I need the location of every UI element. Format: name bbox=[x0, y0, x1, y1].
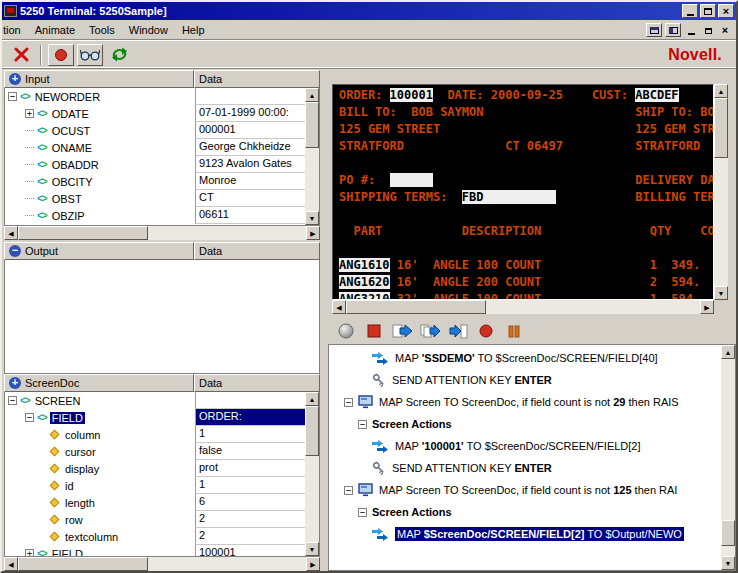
scroll-thumb[interactable] bbox=[714, 98, 728, 158]
expander-minus-icon[interactable]: − bbox=[344, 398, 353, 407]
tree-row[interactable]: length6 bbox=[5, 494, 305, 511]
terminal-vertical-scrollbar[interactable]: ▲ ▼ bbox=[714, 84, 728, 300]
scroll-thumb[interactable] bbox=[346, 300, 486, 314]
terminal-field[interactable]: 100001 bbox=[390, 88, 433, 102]
tree-row[interactable]: −<>NEWORDER bbox=[5, 88, 305, 105]
menu-item-window[interactable]: Window bbox=[122, 21, 175, 39]
input-data-header-cell[interactable]: Data bbox=[194, 70, 320, 88]
tree-row[interactable]: <>ONAMEGeorge Chkheidze bbox=[5, 139, 305, 156]
data-cell[interactable] bbox=[195, 392, 305, 409]
refresh-button[interactable] bbox=[106, 44, 132, 66]
terminal-field[interactable]: FBD bbox=[462, 190, 556, 204]
terminal-field[interactable]: ANG3210 bbox=[339, 292, 390, 300]
tree-row[interactable]: row2 bbox=[5, 511, 305, 528]
action-row[interactable]: −MAP Screen TO ScreenDoc, if field count… bbox=[329, 391, 721, 413]
run-to-cursor-button[interactable] bbox=[446, 321, 470, 341]
scroll-down-button[interactable]: ▼ bbox=[714, 286, 728, 300]
data-cell[interactable]: false bbox=[195, 443, 305, 460]
pause-button[interactable] bbox=[502, 321, 526, 341]
scroll-thumb[interactable] bbox=[305, 102, 319, 148]
tree-row[interactable]: +<>FIELD100001 bbox=[5, 545, 305, 556]
data-cell[interactable]: 06611 bbox=[195, 207, 305, 224]
expander-plus-icon[interactable]: + bbox=[25, 549, 34, 556]
data-cell[interactable]: 000001 bbox=[195, 122, 305, 139]
panel-expand-icon[interactable] bbox=[9, 377, 21, 389]
actions-vertical-scrollbar[interactable]: ▲ ▼ bbox=[721, 345, 735, 570]
scroll-track[interactable] bbox=[305, 406, 319, 542]
close-button[interactable]: × bbox=[718, 4, 734, 18]
data-cell[interactable]: 2 bbox=[195, 511, 305, 528]
screendoc-horizontal-scrollbar[interactable]: ◀ ▶ bbox=[4, 557, 320, 571]
panel-collapse-icon[interactable] bbox=[9, 245, 21, 257]
window-layout-button-2[interactable] bbox=[665, 23, 681, 37]
panel-expand-icon[interactable] bbox=[9, 73, 21, 85]
expander-minus-icon[interactable]: − bbox=[8, 396, 17, 405]
record-button[interactable] bbox=[48, 44, 74, 66]
expander-minus-icon[interactable]: − bbox=[358, 508, 367, 517]
scroll-track[interactable] bbox=[714, 98, 728, 286]
expander-plus-icon[interactable]: + bbox=[25, 109, 34, 118]
tree-row[interactable]: <>OBZIP06611 bbox=[5, 207, 305, 224]
scroll-track[interactable] bbox=[18, 226, 306, 240]
terminal-screen[interactable]: ORDER: 100001 DATE: 2000-09-25 CUST: ABC… bbox=[332, 84, 714, 300]
expander-minus-icon[interactable]: − bbox=[358, 420, 367, 429]
scroll-up-button[interactable]: ▲ bbox=[721, 345, 735, 359]
scroll-thumb[interactable] bbox=[305, 406, 319, 456]
delete-button[interactable] bbox=[8, 44, 34, 66]
tree-row[interactable]: <>OCUST000001 bbox=[5, 122, 305, 139]
scroll-down-button[interactable]: ▼ bbox=[305, 542, 319, 556]
data-cell[interactable]: George Chkheidze bbox=[195, 139, 305, 156]
tree-row[interactable]: −<>SCREEN bbox=[5, 392, 305, 409]
input-header-cell[interactable]: Input bbox=[4, 70, 194, 88]
data-cell[interactable]: Monroe bbox=[195, 173, 305, 190]
scroll-track[interactable] bbox=[305, 102, 319, 211]
menu-item-action[interactable]: tion bbox=[2, 21, 28, 39]
screendoc-vertical-scrollbar[interactable]: ▲ ▼ bbox=[305, 392, 319, 556]
step-over-button[interactable] bbox=[390, 321, 414, 341]
menu-item-help[interactable]: Help bbox=[175, 21, 212, 39]
scroll-right-button[interactable]: ▶ bbox=[700, 300, 714, 314]
scroll-left-button[interactable]: ◀ bbox=[4, 226, 18, 240]
terminal-horizontal-scrollbar[interactable]: ◀ ▶ bbox=[332, 300, 714, 314]
expander-minus-icon[interactable]: − bbox=[344, 486, 353, 495]
terminal-field[interactable]: ANG1610 bbox=[339, 258, 390, 272]
data-cell[interactable]: 6 bbox=[195, 494, 305, 511]
data-cell[interactable]: 07-01-1999 00:00: bbox=[195, 105, 305, 122]
tree-row[interactable]: <>OBADDR9123 Avalon Gates bbox=[5, 156, 305, 173]
tree-row[interactable]: textcolumn2 bbox=[5, 528, 305, 545]
data-cell[interactable]: 2 bbox=[195, 528, 305, 545]
action-row[interactable]: MAP $ScreenDoc/SCREEN/FIELD[2] TO $Outpu… bbox=[329, 523, 721, 545]
tree-row[interactable]: cursorfalse bbox=[5, 443, 305, 460]
scroll-track[interactable] bbox=[346, 300, 700, 314]
tree-row[interactable]: <>OBCITYMonroe bbox=[5, 173, 305, 190]
input-vertical-scrollbar[interactable]: ▲ ▼ bbox=[305, 88, 319, 225]
data-cell[interactable]: prot bbox=[195, 460, 305, 477]
action-row[interactable]: −Screen Actions bbox=[329, 413, 721, 435]
screendoc-header-cell[interactable]: ScreenDoc bbox=[4, 374, 194, 392]
scroll-thumb[interactable] bbox=[721, 520, 735, 546]
data-cell[interactable]: CT bbox=[195, 190, 305, 207]
watch-button[interactable] bbox=[77, 44, 103, 66]
mdi-close-button[interactable]: × bbox=[718, 24, 732, 37]
menu-item-animate[interactable]: Animate bbox=[28, 21, 82, 39]
scroll-thumb[interactable] bbox=[18, 557, 148, 571]
data-cell[interactable]: 100001 bbox=[195, 545, 305, 556]
scroll-right-button[interactable]: ▶ bbox=[306, 226, 320, 240]
terminal-field[interactable] bbox=[390, 173, 433, 187]
terminal-field[interactable]: ANG1620 bbox=[339, 275, 390, 289]
menu-item-tools[interactable]: Tools bbox=[82, 21, 122, 39]
tree-row[interactable]: id1 bbox=[5, 477, 305, 494]
tree-row[interactable]: column1 bbox=[5, 426, 305, 443]
action-row[interactable]: SEND ATTENTION KEY ENTER bbox=[329, 369, 721, 391]
scroll-down-button[interactable]: ▼ bbox=[305, 211, 319, 225]
terminal-field[interactable]: ABCDEF bbox=[635, 88, 678, 102]
scroll-track[interactable] bbox=[721, 359, 735, 556]
step-into-button[interactable] bbox=[418, 321, 442, 341]
scroll-right-button[interactable]: ▶ bbox=[306, 557, 320, 571]
action-row[interactable]: MAP '100001' TO $ScreenDoc/SCREEN/FIELD[… bbox=[329, 435, 721, 457]
output-header-cell[interactable]: Output bbox=[4, 242, 194, 260]
tree-row[interactable]: displayprot bbox=[5, 460, 305, 477]
data-cell[interactable]: ORDER: bbox=[195, 409, 305, 426]
tree-row[interactable]: +<>ODATE07-01-1999 00:00: bbox=[5, 105, 305, 122]
scroll-left-button[interactable]: ◀ bbox=[4, 557, 18, 571]
